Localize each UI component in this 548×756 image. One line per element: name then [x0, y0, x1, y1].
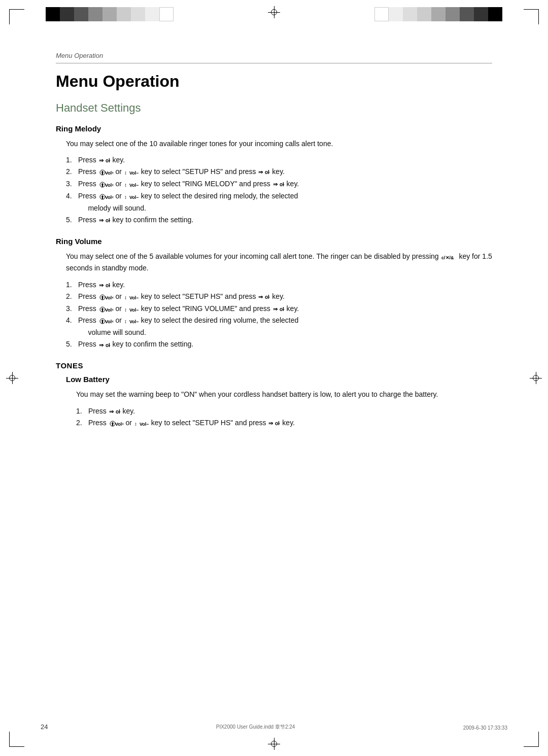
ring-melody-heading: Ring Melody	[56, 124, 492, 133]
svg-text:Vol+: Vol+	[105, 307, 113, 313]
ok-key-icon: ⇒ ok	[273, 181, 284, 188]
tones-section: TONES Low Battery You may set the warnin…	[56, 361, 492, 429]
ok-key-icon: ⇒ ok	[99, 217, 110, 224]
vol-down-icon: ↕ Vol−	[124, 179, 139, 190]
svg-text:Vol−: Vol−	[140, 422, 149, 427]
tones-heading: TONES	[56, 361, 492, 370]
low-battery-steps: 1. Press ⇒ ok key.	[76, 405, 492, 429]
vol-down-icon: ↕ Vol−	[124, 191, 139, 202]
svg-text:⇒: ⇒	[99, 282, 104, 288]
low-battery-paragraph: You may set the warning beep to "ON" whe…	[76, 389, 492, 400]
vol-down-icon: ↕ Vol−	[134, 418, 149, 429]
svg-text:Vol−: Vol−	[129, 195, 139, 200]
svg-text:⇒: ⇒	[268, 420, 273, 426]
vol-down-icon: ↕ Vol−	[124, 291, 139, 303]
vol-up-icon: ⬆ Vol+	[99, 179, 113, 190]
ring-volume-section: Ring Volume You may select one of the 5 …	[56, 237, 492, 351]
vol-up-icon: ⬆ Vol+	[99, 166, 113, 178]
vol-down-icon: ↕ Vol−	[124, 166, 139, 178]
svg-text:⬆: ⬆	[100, 195, 105, 200]
svg-text:ok: ok	[265, 294, 269, 300]
step-item: 4. Press ⬆ Vol+ or	[66, 315, 492, 338]
ok-key-icon: ⇒ ok	[268, 420, 280, 427]
svg-text:↕: ↕	[124, 319, 127, 324]
footer-left-meta: PIX2000 User Guide.indd 章节2:24	[216, 724, 295, 731]
svg-text:↕: ↕	[134, 421, 137, 427]
footer-right-meta: 2009-6-30 17:33:33	[463, 725, 507, 731]
svg-text:⬆: ⬆	[100, 170, 105, 176]
svg-text:Vol−: Vol−	[129, 319, 139, 324]
svg-text:⬆: ⬆	[100, 319, 105, 324]
crop-mark-top-left	[9, 9, 24, 24]
ok-key-icon: ⇒ ok	[109, 408, 120, 415]
step-item: 1. Press ⇒ ok key.	[66, 154, 492, 166]
low-battery-heading: Low Battery	[66, 375, 492, 384]
svg-text:↕: ↕	[124, 194, 127, 200]
step-item: 4. Press ⬆ Vol+ or	[66, 190, 492, 214]
ok-key-icon: ⇒ ok	[99, 157, 110, 164]
low-battery-section: Low Battery You may set the warning beep…	[66, 375, 492, 429]
svg-text:Vol+: Vol+	[105, 295, 113, 300]
vol-up-icon: ⬆ Vol+	[109, 418, 123, 429]
step-item: 2. Press ⬆ Vol+ or	[76, 417, 492, 429]
svg-text:ok: ok	[116, 409, 120, 415]
vol-up-icon: ⬆ Vol+	[99, 191, 113, 202]
ring-volume-heading: Ring Volume	[56, 237, 492, 246]
svg-text:⇒: ⇒	[258, 169, 263, 175]
svg-text:↕: ↕	[124, 170, 127, 176]
crosshair-left	[6, 372, 18, 384]
svg-text:↕: ↕	[124, 182, 127, 188]
svg-text:⇒: ⇒	[109, 408, 114, 415]
step-item: 5. Press ⇒ ok key to confirm the setting…	[66, 214, 492, 226]
svg-text:ok: ok	[106, 342, 110, 348]
vol-up-icon: ⬆ Vol+	[99, 291, 113, 303]
svg-text:Vol−: Vol−	[129, 307, 139, 313]
svg-text:Vol+: Vol+	[105, 195, 113, 200]
svg-text:⇒: ⇒	[273, 181, 278, 187]
svg-text:⇒: ⇒	[99, 217, 104, 223]
page-footer: 24 PIX2000 User Guide.indd 章节2:24 2009-6…	[41, 723, 507, 731]
step-item: 2. Press ⬆ Vol+ or	[66, 166, 492, 178]
svg-text:ok: ok	[280, 306, 284, 312]
ok-key-icon: ⇒ ok	[99, 341, 110, 349]
page-title: Menu Operation	[56, 73, 492, 90]
ring-melody-section: Ring Melody You may select one of the 10…	[56, 124, 492, 226]
svg-text:⬆: ⬆	[100, 307, 105, 313]
crop-mark-bottom-left	[9, 732, 24, 747]
svg-text:↕: ↕	[124, 295, 127, 300]
main-content: Menu Operation Menu Operation Handset Se…	[41, 51, 507, 429]
svg-text:Vol+: Vol+	[115, 422, 123, 427]
ok-key-icon: ⇒ ok	[258, 168, 269, 176]
breadcrumb: Menu Operation	[56, 51, 492, 63]
svg-text:⬆: ⬆	[111, 422, 115, 427]
ok-key-icon: ⇒ ok	[258, 293, 269, 300]
ok-key-icon: ⇒ ok	[99, 282, 110, 289]
step-item: 1. Press ⇒ ok key.	[66, 279, 492, 291]
svg-text:⇒: ⇒	[99, 157, 104, 163]
step-item: 5. Press ⇒ ok key to confirm the setting…	[66, 338, 492, 350]
svg-text:ok: ok	[106, 158, 110, 163]
step-item: 2. Press ⬆ Vol+ or	[66, 291, 492, 303]
svg-text:Vol−: Vol−	[129, 295, 139, 300]
ok-key-icon: ⇒ ok	[273, 305, 284, 313]
ring-volume-paragraph: You may select one of the 5 available vo…	[66, 251, 492, 274]
crop-mark-top-right	[524, 9, 539, 24]
page-number: 24	[41, 723, 48, 731]
section-title-handset: Handset Settings	[56, 101, 492, 115]
color-bars-top-left	[46, 7, 174, 21]
crosshair-top	[268, 6, 280, 18]
svg-text:ok: ok	[280, 182, 284, 187]
vol-down-icon: ↕ Vol−	[124, 315, 139, 327]
svg-text:⇒: ⇒	[258, 294, 263, 300]
svg-text:Vol−: Vol−	[129, 170, 139, 176]
ring-volume-steps: 1. Press ⇒ ok key. 2.	[66, 279, 492, 351]
crosshair-right	[530, 372, 542, 384]
svg-text:Vol−: Vol−	[129, 183, 139, 188]
svg-text:⬆: ⬆	[100, 295, 105, 300]
ring-melody-steps: 1. Press ⇒ ok key. 2.	[66, 154, 492, 226]
svg-text:Vol+: Vol+	[105, 183, 113, 188]
crosshair-bottom	[268, 738, 280, 750]
step-item: 1. Press ⇒ ok key.	[76, 405, 492, 417]
crop-mark-bottom-right	[524, 732, 539, 747]
color-bars-top-right	[374, 7, 502, 21]
